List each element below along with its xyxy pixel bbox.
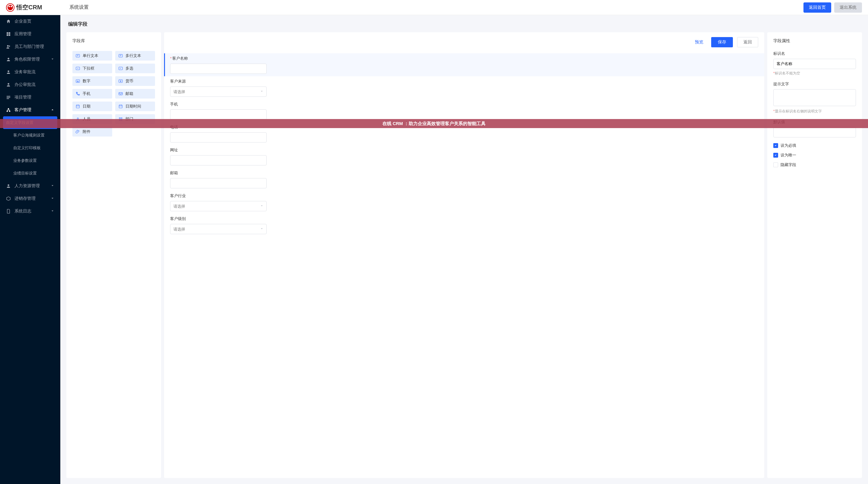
checkbox-row[interactable]: 设为必填 [773, 143, 856, 148]
nav-subitem[interactable]: 业绩目标设置 [0, 167, 60, 180]
nav-item[interactable]: 员工与部门管理 [0, 40, 60, 53]
field-label: 客户行业 [170, 193, 752, 199]
field-tile-label: 部门 [125, 116, 133, 122]
field-tile-label: 日期时间 [125, 104, 141, 109]
checkbox[interactable] [773, 143, 778, 148]
field-tile[interactable]: 货币 [115, 76, 155, 86]
box-icon [6, 196, 11, 201]
nav-item[interactable]: 系统日志 [0, 205, 60, 218]
field-tile[interactable]: 人员 [72, 114, 112, 124]
field-input[interactable] [170, 109, 267, 120]
nav-subitem[interactable]: 自定义字段设置 [3, 116, 57, 129]
field-tile[interactable]: 部门 [115, 114, 155, 124]
mail-icon [118, 91, 123, 96]
text-icon [75, 53, 80, 58]
nav-label: 系统日志 [14, 208, 31, 214]
field-tile-label: 下拉框 [83, 66, 94, 71]
field-select[interactable] [170, 87, 267, 97]
text-icon [118, 53, 123, 58]
field-select[interactable] [170, 224, 267, 234]
nav-item[interactable]: 客户管理 [0, 104, 60, 116]
id-input[interactable] [773, 59, 856, 69]
tip-label: 提示文字 [773, 82, 856, 87]
field-library-title: 字段库 [72, 38, 155, 44]
sidebar: 企业首页应用管理员工与部门管理角色权限管理业务审批流办公审批流项目管理客户管理自… [0, 15, 60, 484]
form-field-row[interactable]: 客户行业 [164, 191, 764, 214]
tip-textarea[interactable] [773, 89, 856, 106]
clip-icon [75, 129, 80, 134]
save-button[interactable]: 保存 [711, 37, 733, 47]
bars-icon [6, 95, 11, 100]
field-tile[interactable]: 多选 [115, 64, 155, 73]
back-button[interactable]: 返回 [737, 37, 758, 47]
field-tile[interactable]: 单行文本 [72, 51, 112, 61]
checkbox[interactable] [773, 162, 778, 167]
nav-subitem[interactable]: 客户公海规则设置 [0, 129, 60, 142]
preview-button[interactable]: 预览 [691, 38, 707, 47]
nav-label: 项目管理 [14, 95, 31, 100]
num-icon [75, 79, 80, 84]
user-icon [6, 57, 11, 62]
money-icon [118, 79, 123, 84]
field-tile-label: 手机 [83, 91, 91, 96]
user-icon [6, 184, 11, 188]
form-editor-panel: 预览 保存 返回 *客户名称客户来源手机电话网址邮箱客户行业客户级别 [164, 32, 764, 478]
field-input[interactable] [170, 132, 267, 142]
form-field-row[interactable]: 邮箱 [164, 168, 764, 191]
field-tile[interactable]: 日期 [72, 102, 112, 111]
home-button[interactable]: 返回首页 [803, 2, 831, 13]
cal-icon [118, 104, 123, 109]
person-icon [75, 117, 80, 122]
nav-label: 办公审批流 [14, 82, 36, 87]
sitemap-icon [6, 107, 11, 112]
form-field-row[interactable]: 客户来源 [164, 76, 764, 99]
default-input[interactable] [773, 127, 856, 137]
chevron-down-icon [51, 209, 54, 214]
field-tile-label: 人员 [83, 116, 91, 122]
nav-label: 客户管理 [14, 107, 31, 113]
nav-item[interactable]: 应用管理 [0, 28, 60, 40]
form-field-row[interactable]: 网址 [164, 145, 764, 168]
field-tile-label: 货币 [125, 78, 133, 84]
field-tile[interactable]: 手机 [72, 89, 112, 99]
nav-item[interactable]: 业务审批流 [0, 66, 60, 78]
field-label: 客户级别 [170, 216, 752, 222]
field-select[interactable] [170, 201, 267, 211]
nav-label: 员工与部门管理 [14, 44, 44, 50]
field-input[interactable] [170, 155, 267, 165]
field-tile[interactable]: 邮箱 [115, 89, 155, 99]
nav-label: 进销存管理 [14, 196, 36, 201]
field-library-panel: 字段库 单行文本多行文本下拉框多选数字货币手机邮箱日期日期时间人员部门附件 [66, 32, 161, 478]
nav-label: 业务审批流 [14, 69, 36, 75]
field-tile[interactable]: 多行文本 [115, 51, 155, 61]
user-icon [6, 70, 11, 74]
nav-item[interactable]: 企业首页 [0, 15, 60, 28]
nav-subitem[interactable]: 业务参数设置 [0, 154, 60, 167]
form-field-row[interactable]: 电话 [164, 122, 764, 145]
form-field-row[interactable]: *客户名称 [164, 53, 764, 76]
field-tile[interactable]: 下拉框 [72, 64, 112, 73]
checkbox[interactable] [773, 153, 778, 158]
nav-item[interactable]: 进销存管理 [0, 192, 60, 205]
cal-icon [75, 104, 80, 109]
field-tile[interactable]: 附件 [72, 127, 112, 136]
field-tile[interactable]: 日期时间 [115, 102, 155, 111]
form-field-row[interactable]: 客户级别 [164, 214, 764, 236]
field-input[interactable] [170, 64, 267, 74]
chevron-down-icon [51, 184, 54, 188]
nav-item[interactable]: 角色权限管理 [0, 53, 60, 66]
nav-item[interactable]: 人力资源管理 [0, 180, 60, 192]
nav-subitem[interactable]: 自定义打印模板 [0, 142, 60, 154]
checkbox-label: 隐藏字段 [780, 162, 796, 167]
field-tile-label: 附件 [83, 129, 91, 134]
checkbox-row[interactable]: 隐藏字段 [773, 162, 856, 167]
nav-item[interactable]: 项目管理 [0, 91, 60, 104]
field-tile[interactable]: 数字 [72, 76, 112, 86]
field-input[interactable] [170, 178, 267, 188]
field-tile-label: 单行文本 [83, 53, 98, 59]
logout-button[interactable]: 退出系统 [834, 2, 862, 13]
nav-item[interactable]: 办公审批流 [0, 78, 60, 91]
checkbox-row[interactable]: 设为唯一 [773, 153, 856, 158]
field-label: 网址 [170, 148, 752, 153]
form-field-row[interactable]: 手机 [164, 99, 764, 122]
